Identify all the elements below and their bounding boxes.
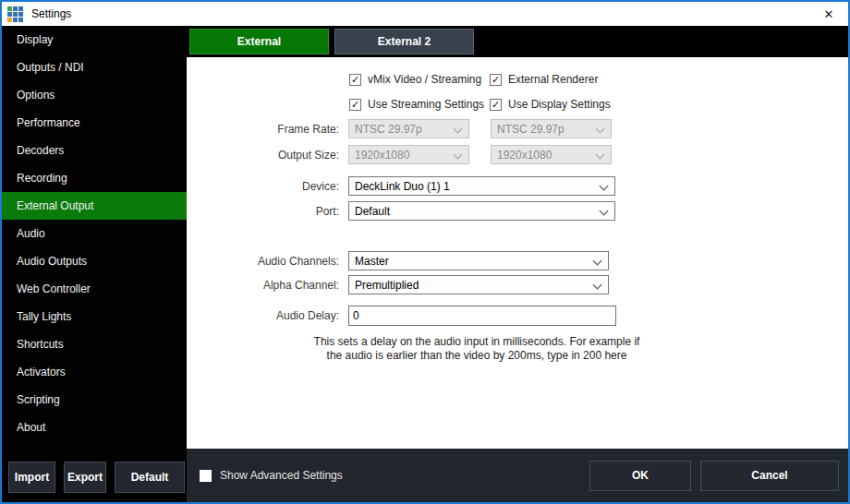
use-display-settings-label: Use Display Settings — [508, 98, 611, 111]
device-dropdown[interactable]: DeckLink Duo (1) 1 — [348, 176, 615, 196]
vmix-video-streaming-checkbox[interactable]: ✓ — [349, 74, 361, 86]
external-output-form: ✓ vMix Video / Streaming ✓ External Rend… — [187, 57, 848, 449]
audio-delay-input[interactable] — [348, 306, 616, 326]
device-row: Device: DeckLink Duo (1) 1 — [187, 176, 615, 196]
dialog-action-buttons: OK Cancel — [589, 461, 839, 491]
sidebar-item-audio[interactable]: Audio — [2, 220, 187, 247]
import-button[interactable]: Import — [8, 462, 55, 493]
port-dropdown[interactable]: Default — [348, 201, 615, 221]
audio-channels-label: Audio Channels: — [187, 255, 348, 268]
sidebar-item-shortcuts[interactable]: Shortcuts — [2, 330, 187, 358]
device-label: Device: — [187, 180, 348, 193]
frame-rate-label: Frame Rate: — [187, 123, 348, 136]
sidebar-item-options[interactable]: Options — [2, 81, 187, 109]
use-streaming-settings-checkbox[interactable]: ✓ — [349, 99, 361, 111]
port-row: Port: Default — [187, 201, 615, 221]
port-label: Port: — [187, 205, 348, 218]
checkbox-group-vmix-video-streaming: ✓ vMix Video / Streaming — [349, 73, 481, 86]
show-advanced-settings-group: Show Advanced Settings — [200, 469, 343, 482]
chevron-down-icon — [593, 281, 602, 290]
sidebar-item-display[interactable]: Display — [2, 26, 187, 54]
settings-sidebar: Display Outputs / NDI Options Performanc… — [2, 26, 187, 502]
tab-external[interactable]: External — [189, 29, 329, 54]
chevron-down-icon — [596, 150, 605, 160]
sidebar-item-tally-lights[interactable]: Tally Lights — [2, 303, 187, 330]
chevron-down-icon — [454, 150, 463, 160]
audio-delay-row: Audio Delay: — [187, 306, 616, 326]
settings-window: Settings ✕ Display Outputs / NDI Options… — [0, 0, 850, 504]
output-tabs: External External 2 — [187, 26, 848, 57]
output-size-row: Output Size: 1920x1080 1920x1080 — [187, 145, 612, 164]
window-body: Display Outputs / NDI Options Performanc… — [2, 26, 848, 502]
checkbox-group-use-streaming-settings: ✓ Use Streaming Settings — [349, 98, 484, 111]
frame-rate-dropdown-2: NTSC 29.97p — [491, 119, 612, 138]
sidebar-item-activators[interactable]: Activators — [2, 358, 187, 386]
title-bar: Settings ✕ — [2, 2, 848, 26]
use-streaming-settings-label: Use Streaming Settings — [368, 98, 484, 111]
sidebar-item-scripting[interactable]: Scripting — [2, 386, 187, 414]
chevron-down-icon — [593, 257, 602, 266]
frame-rate-value-1: NTSC 29.97p — [355, 123, 422, 136]
sidebar-item-web-controller[interactable]: Web Controller — [2, 275, 187, 303]
audio-delay-help-text: This sets a delay on the audio input in … — [307, 335, 647, 363]
sidebar-footer-buttons: Import Export Default — [8, 462, 185, 493]
use-display-settings-checkbox[interactable]: ✓ — [490, 99, 502, 111]
chevron-down-icon — [600, 207, 609, 216]
output-size-value-2: 1920x1080 — [497, 149, 552, 162]
window-title: Settings — [31, 7, 71, 20]
vmix-logo-icon — [7, 6, 23, 22]
audio-delay-label: Audio Delay: — [187, 309, 348, 322]
audio-channels-dropdown[interactable]: Master — [348, 251, 609, 270]
audio-channels-value: Master — [355, 255, 389, 268]
alpha-channel-value: Premultiplied — [355, 279, 419, 292]
sidebar-item-decoders[interactable]: Decoders — [2, 137, 187, 164]
output-size-dropdown-1: 1920x1080 — [348, 145, 469, 164]
output-size-label: Output Size: — [187, 149, 348, 162]
sidebar-item-about[interactable]: About — [2, 414, 187, 441]
external-renderer-label: External Renderer — [508, 73, 598, 86]
output-size-dropdown-2: 1920x1080 — [491, 145, 612, 164]
close-icon[interactable]: ✕ — [813, 3, 844, 25]
vmix-video-streaming-label: vMix Video / Streaming — [368, 73, 481, 86]
sidebar-item-audio-outputs[interactable]: Audio Outputs — [2, 247, 187, 275]
show-advanced-settings-checkbox[interactable] — [200, 470, 212, 482]
output-size-value-1: 1920x1080 — [355, 149, 409, 162]
chevron-down-icon — [600, 182, 609, 191]
sidebar-item-outputs-ndi[interactable]: Outputs / NDI — [2, 54, 187, 81]
device-value: DeckLink Duo (1) 1 — [355, 180, 450, 193]
external-renderer-checkbox[interactable]: ✓ — [490, 74, 502, 86]
alpha-channel-dropdown[interactable]: Premultiplied — [348, 275, 609, 294]
alpha-channel-label: Alpha Channel: — [187, 279, 348, 292]
sidebar-item-external-output[interactable]: External Output — [2, 192, 187, 220]
frame-rate-value-2: NTSC 29.97p — [497, 123, 565, 136]
port-value: Default — [355, 205, 390, 218]
frame-rate-dropdown-1: NTSC 29.97p — [348, 119, 469, 138]
frame-rate-row: Frame Rate: NTSC 29.97p NTSC 29.97p — [187, 119, 612, 138]
alpha-channel-row: Alpha Channel: Premultiplied — [187, 275, 609, 294]
checkbox-group-use-display-settings: ✓ Use Display Settings — [490, 98, 611, 111]
cancel-button[interactable]: Cancel — [700, 461, 839, 491]
chevron-down-icon — [596, 125, 605, 134]
show-advanced-settings-label: Show Advanced Settings — [220, 469, 343, 482]
chevron-down-icon — [454, 125, 463, 134]
sidebar-item-recording[interactable]: Recording — [2, 164, 187, 192]
main-panel: External External 2 ✓ vMix Video / Strea… — [187, 26, 848, 502]
dialog-footer: Show Advanced Settings OK Cancel — [187, 449, 848, 502]
checkbox-group-external-renderer: ✓ External Renderer — [490, 73, 598, 86]
sidebar-item-performance[interactable]: Performance — [2, 109, 187, 137]
tab-external-2[interactable]: External 2 — [334, 29, 474, 54]
export-button[interactable]: Export — [64, 462, 106, 493]
ok-button[interactable]: OK — [589, 461, 691, 491]
default-button[interactable]: Default — [115, 462, 185, 493]
audio-channels-row: Audio Channels: Master — [187, 251, 609, 270]
